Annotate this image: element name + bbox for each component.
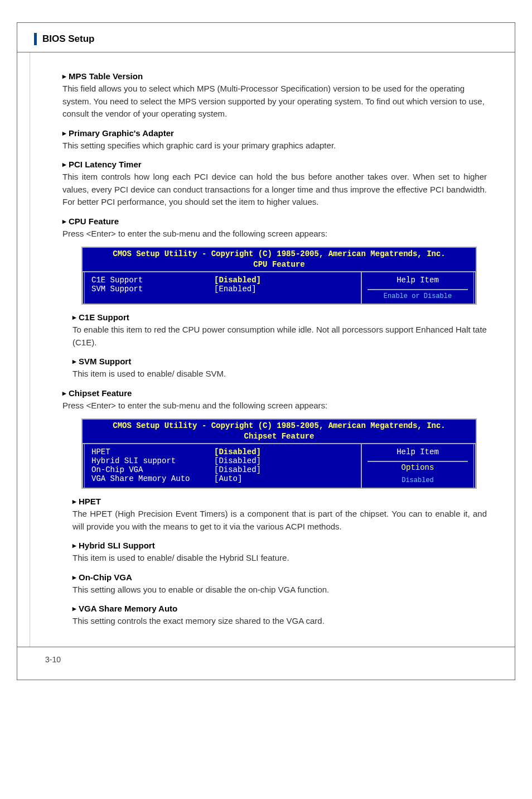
- side-marker-icon: [34, 33, 37, 45]
- bios-left-panel: HPET [Disabled] Hybrid SLI support [Disa…: [83, 444, 362, 488]
- arrow-icon: ▸: [72, 541, 76, 550]
- bios-row-value: [Disabled]: [214, 456, 261, 465]
- bios-row: Hybrid SLI support [Disabled]: [91, 456, 355, 465]
- bios-help-label: Help Item: [367, 447, 468, 456]
- chapter-title: BIOS Setup: [34, 33, 498, 45]
- heading-primary-graphic: ▸Primary Graphic's Adapter: [62, 128, 487, 138]
- heading-vga-share: ▸VGA Share Memory Auto: [72, 604, 487, 613]
- bios-columns: HPET [Disabled] Hybrid SLI support [Disa…: [83, 443, 476, 488]
- heading-text: On-Chip VGA: [79, 572, 132, 582]
- bios-right-panel: Help Item Enable or Disable: [362, 272, 476, 304]
- bios-subtitle: CPU Feature: [83, 260, 476, 271]
- bios-row-value: [Disabled]: [214, 447, 261, 456]
- bios-title: CMOS Setup Utility - Copyright (C) 1985-…: [83, 420, 476, 432]
- page-content: ▸MPS Table Version This field allows you…: [30, 52, 515, 647]
- bios-row-label: HPET: [91, 447, 214, 456]
- heading-text: MPS Table Version: [69, 71, 143, 81]
- document-page: BIOS Setup ▸MPS Table Version This field…: [17, 22, 515, 680]
- bios-screenshot-cpu: CMOS Setup Utility - Copyright (C) 1985-…: [81, 247, 477, 305]
- bios-subtitle: Chipset Feature: [83, 432, 476, 443]
- body-chipset: Press <Enter> to enter the sub-menu and …: [62, 399, 487, 412]
- heading-text: Chipset Feature: [69, 388, 132, 398]
- bios-title: CMOS Setup Utility - Copyright (C) 1985-…: [83, 248, 476, 260]
- bios-row: VGA Share Memory Auto [Auto]: [91, 474, 355, 483]
- arrow-icon: ▸: [62, 72, 66, 80]
- bios-columns: C1E Support [Disabled] SVM Support [Enab…: [83, 271, 476, 304]
- body-on-chip-vga: This setting allows you to enable or dis…: [72, 584, 487, 596]
- bios-row-value: [Enabled]: [214, 285, 257, 293]
- bios-row-label: On-Chip VGA: [91, 465, 214, 474]
- heading-text: VGA Share Memory Auto: [79, 604, 177, 613]
- body-vga-share: This setting controls the exact memory s…: [72, 615, 487, 628]
- bios-left-panel: C1E Support [Disabled] SVM Support [Enab…: [83, 272, 362, 304]
- heading-c1e: ▸C1E Support: [72, 312, 487, 322]
- heading-mps: ▸MPS Table Version: [62, 71, 487, 81]
- bios-row: HPET [Disabled]: [91, 447, 355, 456]
- heading-text: Hybrid SLI Support: [79, 541, 155, 550]
- body-svm: This item is used to enable/ disable SVM…: [72, 368, 487, 381]
- bios-row-label: C1E Support: [91, 276, 214, 285]
- heading-text: C1E Support: [79, 312, 129, 322]
- arrow-icon: ▸: [72, 604, 76, 613]
- body-cpu-feature: Press <Enter> to enter the sub-menu and …: [62, 228, 487, 240]
- body-hpet: The HPET (High Precision Event Timers) i…: [72, 508, 487, 533]
- heading-svm: ▸SVM Support: [72, 357, 487, 366]
- heading-text: SVM Support: [79, 357, 131, 366]
- bios-partial-text: Enable or Disable: [367, 289, 468, 300]
- arrow-icon: ▸: [72, 497, 76, 506]
- heading-hybrid-sli: ▸Hybrid SLI Support: [72, 541, 487, 550]
- arrow-icon: ▸: [72, 313, 76, 321]
- body-c1e: To enable this item to red the CPU power…: [72, 324, 487, 349]
- arrow-icon: ▸: [72, 573, 76, 581]
- bios-row-label: Hybrid SLI support: [91, 456, 214, 465]
- arrow-icon: ▸: [62, 389, 66, 397]
- heading-hpet: ▸HPET: [72, 497, 487, 506]
- bios-row: C1E Support [Disabled]: [91, 276, 355, 285]
- bios-row-value: [Disabled]: [214, 465, 261, 474]
- heading-text: HPET: [79, 497, 101, 506]
- bios-row-label: SVM Support: [91, 285, 214, 293]
- body-mps: This field allows you to select which MP…: [62, 83, 487, 121]
- body-pci-latency: This item controls how long each PCI dev…: [62, 171, 487, 209]
- bios-row-label: VGA Share Memory Auto: [91, 474, 214, 483]
- heading-text: Primary Graphic's Adapter: [69, 128, 174, 138]
- heading-pci-latency: ▸PCI Latency Timer: [62, 160, 487, 169]
- heading-cpu-feature: ▸CPU Feature: [62, 216, 487, 226]
- arrow-icon: ▸: [62, 129, 66, 137]
- page-number: 3-10: [17, 647, 515, 680]
- bios-row: On-Chip VGA [Disabled]: [91, 465, 355, 474]
- heading-text: PCI Latency Timer: [69, 160, 142, 169]
- bios-options-label: Options: [367, 461, 468, 473]
- arrow-icon: ▸: [62, 217, 66, 225]
- bios-help-label: Help Item: [367, 276, 468, 285]
- chapter-header: BIOS Setup: [17, 23, 515, 52]
- arrow-icon: ▸: [62, 160, 66, 169]
- body-primary-graphic: This setting specifies which graphic car…: [62, 139, 487, 152]
- heading-text: CPU Feature: [69, 216, 119, 226]
- bios-row: SVM Support [Enabled]: [91, 285, 355, 293]
- body-hybrid-sli: This item is used to enable/ disable the…: [72, 552, 487, 565]
- bios-row-value: [Auto]: [214, 474, 242, 483]
- heading-on-chip-vga: ▸On-Chip VGA: [72, 572, 487, 582]
- bios-screenshot-chipset: CMOS Setup Utility - Copyright (C) 1985-…: [81, 418, 477, 489]
- heading-chipset: ▸Chipset Feature: [62, 388, 487, 398]
- bios-row-value: [Disabled]: [214, 276, 261, 285]
- chapter-title-text: BIOS Setup: [42, 33, 95, 45]
- bios-partial-text: Disabled: [367, 473, 468, 484]
- arrow-icon: ▸: [72, 357, 76, 365]
- bios-right-panel: Help Item Options Disabled: [362, 444, 476, 488]
